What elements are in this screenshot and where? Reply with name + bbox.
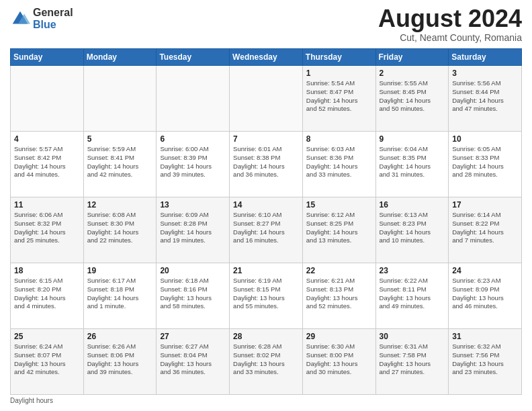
logo: General Blue: [10, 7, 73, 30]
calendar-cell-3: [230, 66, 303, 132]
day-number: 13: [160, 200, 226, 210]
day-number: 28: [233, 332, 299, 341]
day-number: 8: [306, 134, 372, 144]
day-info: Sunrise: 6:12 AM Sunset: 8:25 PM Dayligh…: [306, 211, 372, 245]
calendar-cell-13: 10Sunrise: 6:05 AM Sunset: 8:33 PM Dayli…: [449, 132, 522, 197]
calendar-cell-27: 24Sunrise: 6:23 AM Sunset: 8:09 PM Dayli…: [449, 263, 522, 329]
day-info: Sunrise: 6:26 AM Sunset: 8:06 PM Dayligh…: [87, 342, 153, 377]
day-number: 9: [380, 134, 445, 144]
day-info: Sunrise: 6:32 AM Sunset: 7:56 PM Dayligh…: [452, 342, 518, 377]
day-info: Sunrise: 5:54 AM Sunset: 8:47 PM Dayligh…: [306, 79, 372, 113]
day-number: 7: [233, 134, 299, 144]
calendar-header-friday: Friday: [375, 49, 449, 66]
day-number: 26: [87, 332, 153, 341]
day-number: 12: [87, 200, 153, 210]
calendar-cell-22: 19Sunrise: 6:17 AM Sunset: 8:18 PM Dayli…: [83, 263, 157, 329]
calendar-header-monday: Monday: [83, 49, 157, 66]
calendar-week-5: 25Sunrise: 6:24 AM Sunset: 8:07 PM Dayli…: [11, 329, 522, 395]
day-number: 6: [160, 134, 226, 144]
day-number: 17: [452, 200, 518, 210]
calendar-cell-34: 31Sunrise: 6:32 AM Sunset: 7:56 PM Dayli…: [449, 329, 522, 395]
day-number: 11: [14, 200, 80, 210]
day-info: Sunrise: 6:01 AM Sunset: 8:38 PM Dayligh…: [233, 145, 299, 179]
calendar-cell-1: [83, 66, 157, 132]
calendar-cell-33: 30Sunrise: 6:31 AM Sunset: 7:58 PM Dayli…: [375, 329, 449, 395]
calendar-week-4: 18Sunrise: 6:15 AM Sunset: 8:20 PM Dayli…: [11, 263, 522, 329]
calendar-cell-14: 11Sunrise: 6:06 AM Sunset: 8:32 PM Dayli…: [11, 197, 84, 263]
day-number: 15: [306, 200, 372, 210]
day-info: Sunrise: 5:57 AM Sunset: 8:42 PM Dayligh…: [14, 145, 80, 179]
day-info: Sunrise: 6:23 AM Sunset: 8:09 PM Dayligh…: [452, 277, 518, 311]
day-number: 21: [233, 266, 299, 275]
calendar-cell-25: 22Sunrise: 6:21 AM Sunset: 8:13 PM Dayli…: [302, 263, 375, 329]
calendar-table: SundayMondayTuesdayWednesdayThursdayFrid…: [10, 48, 522, 395]
title-month: August 2024: [378, 7, 522, 31]
page: General Blue August 2024 Cut, Neamt Coun…: [0, 0, 532, 411]
calendar-header-tuesday: Tuesday: [157, 49, 230, 66]
calendar-cell-26: 23Sunrise: 6:22 AM Sunset: 8:11 PM Dayli…: [375, 263, 449, 329]
title-location: Cut, Neamt County, Romania: [378, 32, 522, 43]
calendar-cell-15: 12Sunrise: 6:08 AM Sunset: 8:30 PM Dayli…: [83, 197, 157, 263]
calendar-header-thursday: Thursday: [302, 49, 375, 66]
day-number: 23: [380, 266, 445, 275]
day-number: 25: [14, 332, 80, 341]
day-number: 5: [87, 134, 153, 144]
title-area: August 2024 Cut, Neamt County, Romania: [378, 7, 522, 43]
day-info: Sunrise: 6:06 AM Sunset: 8:32 PM Dayligh…: [14, 211, 80, 245]
day-number: 18: [14, 266, 80, 275]
footer-note: Daylight hours: [10, 395, 522, 404]
day-number: 10: [452, 134, 518, 144]
header: General Blue August 2024 Cut, Neamt Coun…: [10, 7, 522, 43]
calendar-cell-7: 4Sunrise: 5:57 AM Sunset: 8:42 PM Daylig…: [11, 132, 84, 197]
day-info: Sunrise: 5:59 AM Sunset: 8:41 PM Dayligh…: [87, 145, 153, 179]
calendar-cell-24: 21Sunrise: 6:19 AM Sunset: 8:15 PM Dayli…: [230, 263, 303, 329]
day-info: Sunrise: 6:08 AM Sunset: 8:30 PM Dayligh…: [87, 211, 153, 245]
day-info: Sunrise: 6:15 AM Sunset: 8:20 PM Dayligh…: [14, 277, 80, 311]
day-info: Sunrise: 6:04 AM Sunset: 8:35 PM Dayligh…: [380, 145, 445, 179]
calendar-cell-19: 16Sunrise: 6:13 AM Sunset: 8:23 PM Dayli…: [375, 197, 449, 263]
day-number: 30: [380, 332, 445, 341]
calendar-week-1: 1Sunrise: 5:54 AM Sunset: 8:47 PM Daylig…: [11, 66, 522, 132]
day-info: Sunrise: 6:24 AM Sunset: 8:07 PM Dayligh…: [14, 342, 80, 377]
day-info: Sunrise: 6:03 AM Sunset: 8:36 PM Dayligh…: [306, 145, 372, 179]
day-info: Sunrise: 6:10 AM Sunset: 8:27 PM Dayligh…: [233, 211, 299, 245]
day-info: Sunrise: 6:09 AM Sunset: 8:28 PM Dayligh…: [160, 211, 226, 245]
day-number: 19: [87, 266, 153, 275]
day-info: Sunrise: 6:21 AM Sunset: 8:13 PM Dayligh…: [306, 277, 372, 311]
calendar-cell-20: 17Sunrise: 6:14 AM Sunset: 8:22 PM Dayli…: [449, 197, 522, 263]
day-info: Sunrise: 6:17 AM Sunset: 8:18 PM Dayligh…: [87, 277, 153, 311]
calendar-cell-21: 18Sunrise: 6:15 AM Sunset: 8:20 PM Dayli…: [11, 263, 84, 329]
day-info: Sunrise: 6:31 AM Sunset: 7:58 PM Dayligh…: [380, 342, 445, 377]
calendar-header-row: SundayMondayTuesdayWednesdayThursdayFrid…: [11, 49, 522, 66]
calendar-cell-16: 13Sunrise: 6:09 AM Sunset: 8:28 PM Dayli…: [157, 197, 230, 263]
calendar-cell-8: 5Sunrise: 5:59 AM Sunset: 8:41 PM Daylig…: [83, 132, 157, 197]
calendar-cell-28: 25Sunrise: 6:24 AM Sunset: 8:07 PM Dayli…: [11, 329, 84, 395]
calendar-cell-18: 15Sunrise: 6:12 AM Sunset: 8:25 PM Dayli…: [302, 197, 375, 263]
day-info: Sunrise: 5:55 AM Sunset: 8:45 PM Dayligh…: [380, 79, 445, 113]
calendar-cell-11: 8Sunrise: 6:03 AM Sunset: 8:36 PM Daylig…: [302, 132, 375, 197]
calendar-cell-4: 1Sunrise: 5:54 AM Sunset: 8:47 PM Daylig…: [302, 66, 375, 132]
day-info: Sunrise: 6:14 AM Sunset: 8:22 PM Dayligh…: [452, 211, 518, 245]
day-info: Sunrise: 6:18 AM Sunset: 8:16 PM Dayligh…: [160, 277, 226, 311]
calendar-cell-5: 2Sunrise: 5:55 AM Sunset: 8:45 PM Daylig…: [375, 66, 449, 132]
calendar-cell-29: 26Sunrise: 6:26 AM Sunset: 8:06 PM Dayli…: [83, 329, 157, 395]
calendar-cell-9: 6Sunrise: 6:00 AM Sunset: 8:39 PM Daylig…: [157, 132, 230, 197]
calendar-cell-12: 9Sunrise: 6:04 AM Sunset: 8:35 PM Daylig…: [375, 132, 449, 197]
day-number: 27: [160, 332, 226, 341]
calendar-cell-6: 3Sunrise: 5:56 AM Sunset: 8:44 PM Daylig…: [449, 66, 522, 132]
calendar-week-3: 11Sunrise: 6:06 AM Sunset: 8:32 PM Dayli…: [11, 197, 522, 263]
calendar-header-saturday: Saturday: [449, 49, 522, 66]
logo-icon: [10, 9, 30, 29]
calendar-week-2: 4Sunrise: 5:57 AM Sunset: 8:42 PM Daylig…: [11, 132, 522, 197]
calendar-header-sunday: Sunday: [11, 49, 84, 66]
day-number: 20: [160, 266, 226, 275]
day-info: Sunrise: 5:56 AM Sunset: 8:44 PM Dayligh…: [452, 79, 518, 113]
day-number: 16: [380, 200, 445, 210]
day-info: Sunrise: 6:13 AM Sunset: 8:23 PM Dayligh…: [380, 211, 445, 245]
calendar-cell-10: 7Sunrise: 6:01 AM Sunset: 8:38 PM Daylig…: [230, 132, 303, 197]
logo-blue: Blue: [33, 19, 73, 31]
day-number: 4: [14, 134, 80, 144]
calendar-cell-17: 14Sunrise: 6:10 AM Sunset: 8:27 PM Dayli…: [230, 197, 303, 263]
day-info: Sunrise: 6:22 AM Sunset: 8:11 PM Dayligh…: [380, 277, 445, 311]
day-number: 29: [306, 332, 372, 341]
